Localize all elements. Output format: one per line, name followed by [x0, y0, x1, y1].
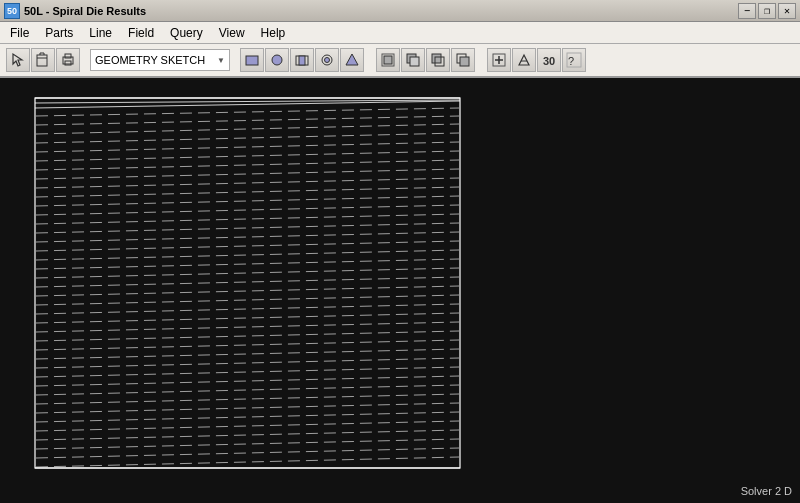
svg-rect-14 — [410, 57, 419, 66]
toolbar-group-3 — [376, 48, 475, 72]
minimize-button[interactable]: − — [738, 3, 756, 19]
toolbar-separator-1 — [84, 48, 88, 72]
svg-rect-7 — [299, 56, 305, 65]
toolbar-btn-print[interactable] — [56, 48, 80, 72]
menu-line[interactable]: Line — [81, 22, 120, 44]
toolbar-group-4: 30 ? — [487, 48, 586, 72]
close-button[interactable]: ✕ — [778, 3, 796, 19]
svg-rect-0 — [37, 55, 47, 66]
toolbar-separator-4 — [479, 48, 483, 72]
toolbar-btn-op2[interactable] — [401, 48, 425, 72]
toolbar-btn-file[interactable] — [31, 48, 55, 72]
menu-query[interactable]: Query — [162, 22, 211, 44]
menu-bar: File Parts Line Field Query View Help — [0, 22, 800, 44]
toolbar-btn-g2[interactable] — [265, 48, 289, 72]
toolbar-btn-op1[interactable] — [376, 48, 400, 72]
svg-rect-15 — [432, 54, 441, 63]
menu-view[interactable]: View — [211, 22, 253, 44]
menu-parts[interactable]: Parts — [37, 22, 81, 44]
svg-rect-4 — [246, 56, 258, 65]
menu-file[interactable]: File — [2, 22, 37, 44]
svg-rect-12 — [384, 56, 392, 64]
title-icon: 50 — [4, 3, 20, 19]
canvas-area[interactable]: Solver 2 D — [0, 78, 800, 503]
toolbar-separator-2 — [232, 48, 236, 72]
toolbar-btn-op3[interactable] — [426, 48, 450, 72]
restore-button[interactable]: ❐ — [758, 3, 776, 19]
toolbar-btn-op4[interactable] — [451, 48, 475, 72]
title-left: 50 50L - Spiral Die Results — [4, 3, 146, 19]
title-bar: 50 50L - Spiral Die Results − ❐ ✕ — [0, 0, 800, 22]
solver-label: Solver 2 D — [741, 485, 792, 497]
toolbar-btn-g5[interactable] — [340, 48, 364, 72]
toolbar-btn-g1[interactable] — [240, 48, 264, 72]
toolbar-separator-3 — [368, 48, 372, 72]
dropdown-value: GEOMETRY SKETCH — [95, 54, 205, 66]
svg-marker-10 — [346, 54, 358, 65]
drawing-svg — [0, 78, 800, 503]
toolbar-btn-r2[interactable] — [512, 48, 536, 72]
title-controls: − ❐ ✕ — [738, 3, 796, 19]
toolbar-btn-select[interactable] — [6, 48, 30, 72]
svg-text:30: 30 — [543, 55, 555, 67]
svg-text:?: ? — [568, 55, 574, 67]
svg-point-5 — [272, 55, 282, 65]
toolbar-btn-g4[interactable] — [315, 48, 339, 72]
title-text: 50L - Spiral Die Results — [24, 5, 146, 17]
toolbar-group-2 — [240, 48, 364, 72]
toolbar-btn-g3[interactable] — [290, 48, 314, 72]
toolbar-btn-r3[interactable]: 30 — [537, 48, 561, 72]
svg-point-9 — [325, 58, 330, 63]
toolbar-btn-r1[interactable] — [487, 48, 511, 72]
dropdown-arrow-icon: ▼ — [217, 56, 225, 65]
menu-field[interactable]: Field — [120, 22, 162, 44]
svg-rect-23 — [0, 78, 800, 503]
menu-help[interactable]: Help — [253, 22, 294, 44]
toolbar-btn-r4[interactable]: ? — [562, 48, 586, 72]
toolbar-group-1 — [6, 48, 80, 72]
toolbar: GEOMETRY SKETCH ▼ — [0, 44, 800, 78]
geometry-sketch-dropdown[interactable]: GEOMETRY SKETCH ▼ — [90, 49, 230, 71]
svg-rect-18 — [460, 57, 469, 66]
